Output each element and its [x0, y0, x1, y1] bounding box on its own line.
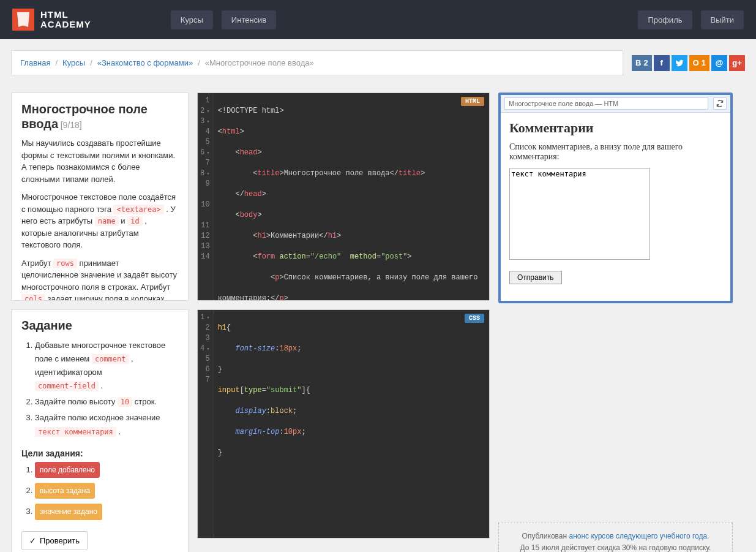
social-gplus[interactable]: g+	[729, 55, 745, 71]
breadcrumb-courses[interactable]: Курсы	[62, 58, 85, 67]
task-item-2: Задайте полю высоту 10 строк.	[35, 395, 178, 409]
breadcrumb-current: «Многострочное поле ввода»	[205, 58, 314, 67]
html-editor[interactable]: HTML 12▾3▾456▾78▾91011121314 <!DOCTYPE h…	[197, 93, 490, 301]
css-gutter: 1▾234▾567	[198, 310, 214, 538]
preview-body: Комментарии Список комментариев, а внизу…	[501, 113, 730, 292]
breadcrumb-panel: Главная / Курсы / «Знакомство с формами»…	[11, 50, 623, 75]
theory-p1: Мы научились создавать простейшие формы …	[21, 137, 178, 185]
task-title: Задание	[21, 319, 178, 333]
nav-profile[interactable]: Профиль	[638, 10, 692, 29]
preview-url: Многострочное поле ввода — HTM	[504, 97, 708, 110]
tag-cols: cols	[21, 294, 45, 301]
tag-name: name	[95, 216, 119, 226]
goals-list: поле добавлено высота задана значение за…	[21, 462, 178, 523]
preview-p: Список комментариев, а внизу поле для ва…	[509, 142, 722, 162]
breadcrumb-home[interactable]: Главная	[20, 58, 50, 67]
css-badge: CSS	[465, 314, 484, 323]
html-gutter: 12▾3▾456▾78▾91011121314	[198, 93, 214, 300]
social-vk[interactable]: B2	[632, 55, 652, 71]
social-bar: B2 f O1 @ g+	[632, 55, 745, 71]
html-code[interactable]: <!DOCTYPE html> <html> <head> <title>Мно…	[214, 93, 489, 300]
check-button[interactable]: ✓ Проверить	[21, 531, 88, 550]
preview-textarea[interactable]: текст комментария	[509, 168, 650, 260]
task-item-1: Добавьте многострочное текстовое поле с …	[35, 339, 178, 393]
social-fb[interactable]: f	[654, 55, 670, 71]
goal-1: поле добавлено	[35, 462, 100, 478]
goal-3: значение задано	[35, 504, 102, 520]
social-tw[interactable]	[672, 55, 687, 71]
reload-button[interactable]	[713, 97, 727, 110]
preview-bar: Многострочное поле ввода — HTM	[501, 95, 730, 113]
goals-title: Цели задания:	[21, 448, 178, 458]
css-code[interactable]: h1{ font-size:18px; } input[type="submit…	[214, 310, 489, 538]
preview-submit[interactable]: Отправить	[509, 271, 562, 284]
theory-p2: Многострочное текстовое поле создаётся с…	[21, 191, 178, 251]
twitter-icon	[675, 59, 684, 67]
task-panel: Задание Добавьте многострочное текстовое…	[11, 309, 189, 552]
tag-id: id	[127, 216, 142, 226]
nav-courses[interactable]: Курсы	[171, 10, 213, 29]
nav-intensive[interactable]: Интенсив	[222, 10, 276, 29]
nav-logout[interactable]: Выйти	[701, 10, 744, 29]
goal-2: высота задана	[35, 483, 95, 499]
html-badge: HTML	[461, 97, 484, 106]
logo-text: HTML ACADEMY	[40, 10, 91, 30]
tag-rows: rows	[53, 259, 77, 268]
preview-panel: Многострочное поле ввода — HTM Комментар…	[498, 93, 733, 303]
check-icon: ✓	[29, 536, 36, 545]
task-list: Добавьте многострочное текстовое поле с …	[21, 339, 178, 439]
theory-panel[interactable]: Многострочное поле ввода [9/18] Мы научи…	[11, 93, 189, 301]
breadcrumb-chapter[interactable]: «Знакомство с формами»	[97, 58, 193, 67]
css-editor[interactable]: CSS 1▾234▾567 h1{ font-size:18px; } inpu…	[197, 309, 490, 539]
task-item-3: Задайте полю исходное значение текст ком…	[35, 411, 178, 438]
promo-box: Опубликован анонс курсов следующего учеб…	[498, 523, 733, 552]
social-mail[interactable]: @	[711, 55, 727, 71]
tag-textarea: <textarea>	[113, 205, 163, 214]
topbar: HTML ACADEMY Курсы Интенсив Профиль Выйт…	[0, 0, 756, 39]
preview-h1: Комментарии	[509, 120, 722, 136]
theory-title: Многострочное поле ввода	[21, 102, 148, 130]
theory-progress: [9/18]	[61, 120, 82, 130]
logo-icon	[12, 9, 34, 31]
logo[interactable]: HTML ACADEMY	[12, 9, 91, 31]
promo-link[interactable]: анонс курсов следующего учебного года	[569, 532, 708, 540]
breadcrumb: Главная / Курсы / «Знакомство с формами»…	[20, 58, 614, 67]
reload-icon	[716, 100, 724, 107]
social-ok[interactable]: O1	[689, 55, 709, 71]
theory-p3: Атрибут rows принимает целочисленное зна…	[21, 257, 178, 301]
